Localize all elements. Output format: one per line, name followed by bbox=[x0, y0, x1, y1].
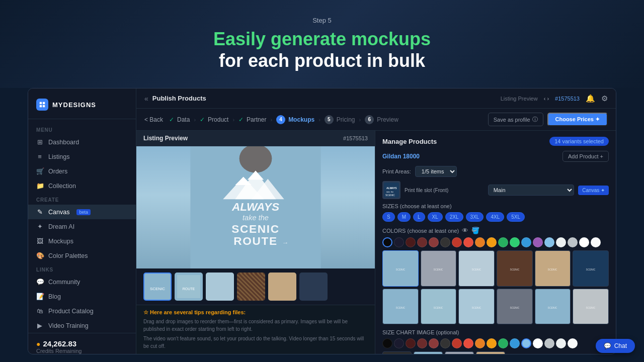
size-chart-color-4[interactable] bbox=[429, 338, 439, 348]
sidebar-item-video-training[interactable]: ▶ Video Training bbox=[28, 318, 136, 333]
size-chart-color-11[interactable] bbox=[510, 338, 520, 348]
choose-prices-button[interactable]: Choose Prices ✦ bbox=[547, 113, 608, 126]
print-areas-select[interactable]: 1/5 items bbox=[415, 166, 457, 177]
color-dot-3[interactable] bbox=[417, 237, 427, 247]
color-dot-10[interactable] bbox=[498, 237, 508, 247]
gear-icon[interactable]: ⚙ bbox=[601, 94, 608, 103]
color-dot-7[interactable] bbox=[463, 237, 473, 247]
size-chart-color-2[interactable] bbox=[406, 338, 416, 348]
color-dot-11[interactable] bbox=[510, 237, 520, 247]
sidebar-item-product-catalog[interactable]: 🛍 Product Catalog bbox=[28, 304, 136, 318]
add-product-button[interactable]: Add Product + bbox=[562, 151, 609, 162]
size-chart-color-8[interactable] bbox=[475, 338, 485, 348]
thumb-4[interactable] bbox=[237, 273, 265, 301]
size-chart-color-3[interactable] bbox=[417, 338, 427, 348]
size-chart-mockup-3[interactable]: SCENIC bbox=[476, 351, 505, 354]
mockup-cell-2[interactable]: SCENIC bbox=[458, 250, 495, 287]
size-chart-color-12[interactable] bbox=[521, 338, 531, 348]
sidebar-item-color-palettes[interactable]: 🎨 Color Palettes bbox=[28, 248, 136, 263]
mockup-cell-1[interactable]: SCENIC bbox=[421, 250, 457, 287]
color-dot-18[interactable] bbox=[591, 237, 601, 247]
color-dot-8[interactable] bbox=[475, 237, 485, 247]
mockup-cell-5[interactable]: SCENIC bbox=[573, 250, 609, 287]
nav-arrows[interactable]: ‹ › bbox=[544, 96, 549, 102]
sidebar-item-collection[interactable]: 📁 Collection bbox=[28, 178, 136, 193]
sidebar-item-listings[interactable]: ≡ Listings bbox=[28, 149, 136, 164]
sidebar-item-orders[interactable]: 🛒 Orders bbox=[28, 164, 136, 178]
color-dot-14[interactable] bbox=[544, 237, 554, 247]
step-partner[interactable]: ✓ Partner bbox=[238, 116, 266, 123]
thumb-2[interactable]: ROUTE bbox=[175, 273, 203, 301]
size-chart-color-16[interactable] bbox=[568, 338, 578, 348]
step-pricing[interactable]: 5 Pricing bbox=[325, 115, 355, 124]
sidebar-item-mockups[interactable]: 🖼 Mockups bbox=[28, 234, 136, 248]
color-dot-16[interactable] bbox=[568, 237, 578, 247]
color-dot-13[interactable] bbox=[533, 237, 543, 247]
size-badge-4xl[interactable]: 4XL bbox=[486, 212, 504, 222]
mockup-cell-3[interactable]: SCENIC bbox=[497, 250, 533, 287]
sidebar-item-canvas[interactable]: ✎ Canvas beta bbox=[28, 205, 136, 219]
size-chart-color-7[interactable] bbox=[463, 338, 473, 348]
color-dot-9[interactable] bbox=[487, 237, 497, 247]
color-dot-4[interactable] bbox=[429, 237, 439, 247]
back-button[interactable]: < Back bbox=[144, 116, 163, 123]
size-chart-color-14[interactable] bbox=[544, 338, 554, 348]
size-badge-5xl[interactable]: 5XL bbox=[507, 212, 525, 222]
chat-widget[interactable]: 💬 Chat bbox=[596, 339, 635, 353]
sidebar-item-community[interactable]: 💬 Community bbox=[28, 275, 136, 289]
color-dot-12[interactable] bbox=[521, 237, 531, 247]
product-name-link[interactable]: Gildan 18000 bbox=[382, 153, 420, 160]
size-chart-color-6[interactable] bbox=[452, 338, 462, 348]
color-dot-15[interactable] bbox=[556, 237, 566, 247]
mockup-cell-9[interactable]: SCENIC bbox=[497, 289, 533, 325]
thumb-3[interactable] bbox=[206, 273, 234, 301]
step-mockups[interactable]: 4 Mockups bbox=[276, 115, 314, 124]
size-chart-color-13[interactable] bbox=[533, 338, 543, 348]
size-chart-mockup-2[interactable]: SCENIC bbox=[445, 351, 474, 354]
size-chart-color-5[interactable] bbox=[440, 338, 450, 348]
size-chart-mockup-0[interactable]: SCENIC bbox=[382, 351, 412, 354]
sidebar-item-dashboard[interactable]: ⊞ Dashboard bbox=[28, 135, 136, 149]
save-profile-button[interactable]: Save as profile ⓘ bbox=[488, 113, 543, 126]
size-chart-color-1[interactable] bbox=[394, 338, 404, 348]
size-chart-color-0[interactable] bbox=[382, 338, 392, 348]
mockup-cell-0[interactable]: SCENIC bbox=[382, 250, 419, 287]
size-badge-m[interactable]: M bbox=[397, 212, 411, 222]
color-dot-1[interactable] bbox=[394, 237, 404, 247]
size-chart-color-9[interactable] bbox=[487, 338, 497, 348]
print-slot-select[interactable]: Main bbox=[488, 185, 575, 196]
bell-icon[interactable]: 🔔 bbox=[586, 94, 595, 103]
size-badge-2xl[interactable]: 2XL bbox=[445, 212, 463, 222]
color-dot-17[interactable] bbox=[579, 237, 589, 247]
step-product[interactable]: ✓ Product bbox=[200, 116, 228, 123]
color-dot-6[interactable] bbox=[452, 237, 462, 247]
svg-rect-45 bbox=[384, 353, 410, 354]
canvas-button[interactable]: Canvas ✦ bbox=[578, 186, 609, 195]
size-chart-color-15[interactable] bbox=[556, 338, 566, 348]
bucket-icon[interactable]: 🪣 bbox=[471, 227, 479, 234]
size-badge-xl[interactable]: XL bbox=[428, 212, 443, 222]
step-data[interactable]: ✓ Data bbox=[169, 116, 190, 123]
size-badge-3xl[interactable]: 3XL bbox=[466, 212, 484, 222]
thumb-6[interactable] bbox=[299, 273, 328, 301]
mockup-cell-6[interactable]: SCENIC bbox=[382, 289, 419, 325]
collapse-button[interactable]: « bbox=[144, 95, 148, 103]
mockup-cell-11[interactable]: SCENIC bbox=[573, 289, 609, 325]
sidebar-item-dream-ai[interactable]: ✦ Dream AI bbox=[28, 219, 136, 234]
size-badge-s[interactable]: S bbox=[382, 212, 395, 222]
size-badge-l[interactable]: L bbox=[413, 212, 425, 222]
eye-icon[interactable]: 👁 bbox=[462, 227, 468, 234]
sidebar-item-blog[interactable]: 📝 Blog bbox=[28, 289, 136, 304]
step-preview[interactable]: 6 Preview bbox=[365, 115, 398, 124]
thumb-5[interactable] bbox=[268, 273, 296, 301]
mockup-cell-4[interactable]: SCENIC bbox=[535, 250, 571, 287]
color-dot-2[interactable] bbox=[406, 237, 416, 247]
mockup-cell-7[interactable]: SCENIC bbox=[421, 289, 457, 325]
mockup-cell-8[interactable]: SCENIC bbox=[458, 289, 495, 325]
thumb-1[interactable]: SCENIC bbox=[143, 273, 172, 301]
size-chart-mockup-1[interactable]: SCENIC bbox=[414, 351, 443, 354]
color-dot-5[interactable] bbox=[440, 237, 450, 247]
color-dot-0[interactable] bbox=[382, 237, 392, 247]
size-chart-color-10[interactable] bbox=[498, 338, 508, 348]
mockup-cell-10[interactable]: SCENIC bbox=[535, 289, 571, 325]
